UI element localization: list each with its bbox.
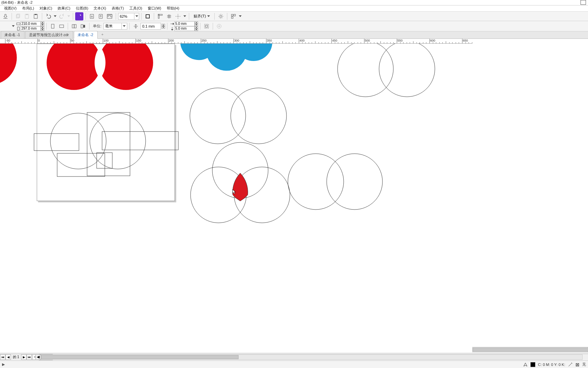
hscroll-left-icon[interactable]: ◀ xyxy=(35,354,41,360)
units-input[interactable] xyxy=(104,23,121,29)
fill-swatch[interactable] xyxy=(530,362,535,367)
publish-pdf-icon[interactable]: PDF xyxy=(105,12,114,20)
zoom-dropdown-icon[interactable] xyxy=(134,13,139,19)
status-bar: ▶ C: 0 M: 0 Y: 0 K: ⊠ 无 xyxy=(0,361,588,368)
page-width-input[interactable] xyxy=(20,21,41,26)
add-icon[interactable] xyxy=(215,22,223,30)
svg-point-12 xyxy=(220,15,222,17)
portrait-icon[interactable] xyxy=(49,22,57,30)
launch-icon[interactable] xyxy=(75,12,83,20)
nudge-input[interactable] xyxy=(141,23,160,29)
window-title: (64-Bit) - 未命名 -2 xyxy=(1,0,33,5)
hscroll-thumb-right[interactable] xyxy=(473,348,588,352)
page-prev-icon[interactable]: ◀ xyxy=(5,354,11,360)
shape-blue-cloud[interactable] xyxy=(180,44,272,71)
show-rulers-icon[interactable] xyxy=(156,12,164,20)
shape-red-circle[interactable] xyxy=(47,44,101,90)
hscroll-track-right[interactable] xyxy=(472,347,588,352)
units-label: 单位: xyxy=(93,24,101,29)
page-first-icon[interactable]: ⏮ xyxy=(0,354,5,360)
horizontal-ruler[interactable]: -500501001502002503003504004505005506006… xyxy=(0,39,472,44)
shape-circle-outline[interactable] xyxy=(288,154,344,210)
redo-button[interactable] xyxy=(58,12,66,20)
dup-y-spinner[interactable]: ▲▼ xyxy=(195,26,198,31)
nudge-spinner[interactable]: ▲▼ xyxy=(162,24,165,29)
landscape-icon[interactable] xyxy=(58,22,66,30)
show-guides-icon[interactable] xyxy=(174,12,182,20)
all-pages-icon[interactable] xyxy=(70,22,78,30)
shape-red-partial[interactable] xyxy=(0,44,17,83)
menu-bitmap[interactable]: 位图(B) xyxy=(74,5,91,11)
doctab-christmas-poster[interactable]: 圣诞节海报怎么设计.cdr xyxy=(25,31,73,39)
guides-dropdown[interactable] xyxy=(183,12,187,20)
width-icon xyxy=(16,22,20,26)
hscroll-thumb[interactable] xyxy=(41,355,239,359)
shape-rect-outline[interactable] xyxy=(57,153,105,177)
options-icon[interactable] xyxy=(217,12,225,20)
page-width-spinner[interactable]: ▲▼ xyxy=(41,21,44,26)
current-page-icon[interactable] xyxy=(79,22,87,30)
copy-icon[interactable] xyxy=(14,12,22,20)
menu-window[interactable]: 窗口(W) xyxy=(146,5,163,11)
app-launcher-dropdown[interactable] xyxy=(238,12,242,20)
shape-rect-outline[interactable] xyxy=(102,132,178,150)
units-dropdown-icon[interactable] xyxy=(121,23,126,29)
units-combo[interactable] xyxy=(103,23,127,30)
nudge-input-box[interactable] xyxy=(141,23,161,30)
shape-circle-outline[interactable] xyxy=(327,154,382,210)
drawing-canvas[interactable] xyxy=(0,44,472,352)
treat-as-filled-icon[interactable] xyxy=(202,22,211,30)
shape-rect-outline[interactable] xyxy=(97,153,112,168)
shape-red-circle[interactable] xyxy=(99,44,153,90)
app-launcher-icon[interactable] xyxy=(229,12,238,20)
presets-dropdown[interactable] xyxy=(1,22,15,30)
page-last-icon[interactable]: ⏭ xyxy=(27,354,32,360)
no-outline-icon[interactable]: ⊠ xyxy=(575,362,579,367)
dup-y-input[interactable] xyxy=(174,26,195,31)
nudge-icon[interactable] xyxy=(132,22,140,30)
hscroll-track[interactable] xyxy=(41,354,583,360)
clipboard-icon[interactable] xyxy=(32,12,40,20)
menu-object[interactable]: 对象(C) xyxy=(37,5,54,11)
ruler-label: 600 xyxy=(430,39,435,42)
doctab-untitled-2[interactable]: 未命名 -2 xyxy=(74,31,98,39)
horizontal-scrollbar[interactable]: ◀ xyxy=(41,354,588,360)
ruler-label: 400 xyxy=(299,39,305,42)
menu-layout[interactable]: 布局(L) xyxy=(20,5,36,11)
add-document-icon[interactable]: + xyxy=(100,32,105,38)
shape-rect-outline[interactable] xyxy=(34,134,79,151)
svg-rect-3 xyxy=(26,14,28,15)
zoom-input[interactable] xyxy=(118,13,134,19)
dup-x-input[interactable] xyxy=(174,21,195,26)
export-icon[interactable] xyxy=(1,12,10,20)
menu-tools[interactable]: 工具(O) xyxy=(127,5,144,11)
menu-table[interactable]: 表格(T) xyxy=(110,5,126,11)
menu-help[interactable]: 帮助(H) xyxy=(165,5,181,11)
export-pdf-icon[interactable] xyxy=(97,12,105,20)
separator xyxy=(189,13,189,20)
page-height-spinner[interactable]: ▲▼ xyxy=(41,26,44,31)
paste-icon[interactable] xyxy=(23,12,31,20)
shape-red-intersect[interactable] xyxy=(233,173,248,201)
menu-effects[interactable]: 效果(C) xyxy=(55,5,72,11)
snap-button[interactable]: 贴齐(T) xyxy=(191,13,212,20)
shape-circle-outline[interactable] xyxy=(190,88,246,144)
shape-circle-outline[interactable] xyxy=(231,88,287,144)
show-grid-icon[interactable] xyxy=(165,12,173,20)
import-icon[interactable] xyxy=(88,12,96,20)
shape-rect-outline[interactable] xyxy=(87,112,130,176)
menu-view[interactable]: 视图(V) xyxy=(2,5,19,11)
page-height-input[interactable] xyxy=(20,26,41,31)
doctab-untitled-1[interactable]: 未命名 -1 xyxy=(1,31,24,39)
redo-dropdown[interactable] xyxy=(67,12,71,20)
zoom-combo[interactable] xyxy=(118,13,139,20)
restore-icon[interactable] xyxy=(581,1,586,5)
page-next-icon[interactable]: ▶ xyxy=(21,354,27,360)
dup-x-spinner[interactable]: ▲▼ xyxy=(195,21,198,26)
menu-text[interactable]: 文本(X) xyxy=(92,5,108,11)
ruler-label: 350 xyxy=(267,39,272,42)
fountain-pen-icon xyxy=(523,362,528,367)
undo-dropdown[interactable] xyxy=(53,12,57,20)
fullscreen-icon[interactable] xyxy=(144,12,152,20)
undo-button[interactable] xyxy=(44,12,52,20)
